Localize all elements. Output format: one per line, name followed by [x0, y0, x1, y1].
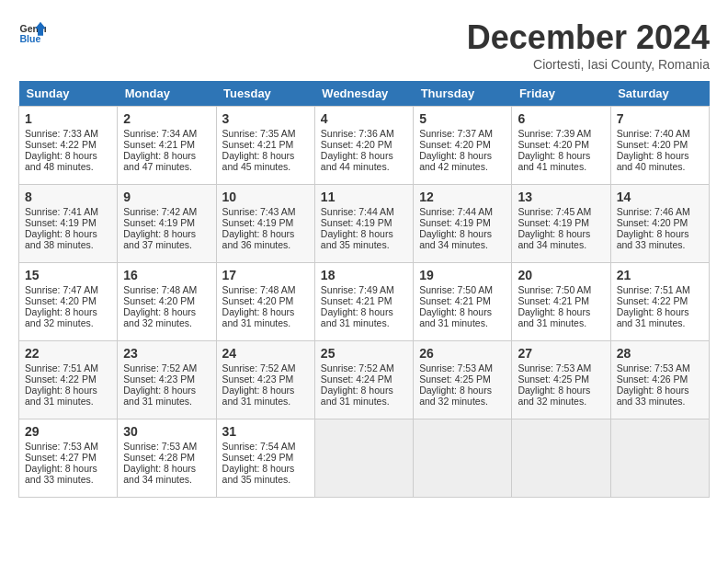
daylight-text: Daylight: 8 hours and 34 minutes.	[123, 463, 196, 485]
sunrise-text: Sunrise: 7:53 AM	[419, 362, 493, 373]
sunset-text: Sunset: 4:21 PM	[518, 295, 589, 306]
sunrise-text: Sunrise: 7:42 AM	[123, 206, 197, 217]
calendar-week-3: 15Sunrise: 7:47 AMSunset: 4:20 PMDayligh…	[19, 263, 710, 341]
calendar-cell: 15Sunrise: 7:47 AMSunset: 4:20 PMDayligh…	[19, 263, 118, 341]
day-number: 3	[222, 111, 309, 126]
sunrise-text: Sunrise: 7:53 AM	[617, 362, 690, 373]
sunrise-text: Sunrise: 7:50 AM	[419, 284, 493, 295]
sunrise-text: Sunrise: 7:54 AM	[222, 441, 296, 452]
logo-icon: General Blue	[18, 18, 46, 46]
daylight-text: Daylight: 8 hours and 44 minutes.	[321, 150, 393, 172]
calendar-cell: 5Sunrise: 7:37 AMSunset: 4:20 PMDaylight…	[414, 107, 512, 185]
daylight-text: Daylight: 8 hours and 33 minutes.	[617, 228, 689, 250]
sunrise-text: Sunrise: 7:49 AM	[321, 284, 394, 295]
sunrise-text: Sunrise: 7:40 AM	[617, 128, 690, 139]
sunset-text: Sunset: 4:20 PM	[518, 139, 589, 150]
calendar-cell: 1Sunrise: 7:33 AMSunset: 4:22 PMDaylight…	[19, 107, 118, 185]
sunset-text: Sunset: 4:19 PM	[518, 217, 589, 228]
sunset-text: Sunset: 4:20 PM	[419, 139, 491, 150]
day-number: 31	[222, 424, 309, 439]
day-number: 27	[518, 346, 604, 361]
col-wednesday: Wednesday	[314, 81, 413, 107]
sunrise-text: Sunrise: 7:52 AM	[321, 362, 394, 373]
sunrise-text: Sunrise: 7:37 AM	[419, 128, 493, 139]
calendar-week-5: 29Sunrise: 7:53 AMSunset: 4:27 PMDayligh…	[19, 419, 710, 498]
calendar-week-2: 8Sunrise: 7:41 AMSunset: 4:19 PMDaylight…	[19, 185, 710, 263]
sunrise-text: Sunrise: 7:44 AM	[419, 206, 493, 217]
day-number: 7	[617, 111, 703, 126]
calendar-cell: 29Sunrise: 7:53 AMSunset: 4:27 PMDayligh…	[19, 419, 118, 498]
calendar-cell: 30Sunrise: 7:53 AMSunset: 4:28 PMDayligh…	[118, 419, 216, 498]
calendar-cell: 12Sunrise: 7:44 AMSunset: 4:19 PMDayligh…	[414, 185, 512, 263]
day-number: 10	[222, 190, 309, 204]
header-row: Sunday Monday Tuesday Wednesday Thursday…	[19, 81, 710, 107]
daylight-text: Daylight: 8 hours and 31 minutes.	[321, 385, 393, 407]
day-number: 16	[123, 268, 210, 282]
calendar-cell: 28Sunrise: 7:53 AMSunset: 4:26 PMDayligh…	[610, 341, 709, 419]
sunset-text: Sunset: 4:23 PM	[123, 373, 195, 385]
sunset-text: Sunset: 4:19 PM	[25, 217, 97, 228]
calendar-week-4: 22Sunrise: 7:51 AMSunset: 4:22 PMDayligh…	[19, 341, 710, 419]
sunset-text: Sunset: 4:24 PM	[321, 373, 392, 385]
day-number: 12	[419, 190, 506, 204]
calendar-cell: 26Sunrise: 7:53 AMSunset: 4:25 PMDayligh…	[414, 341, 512, 419]
sunset-text: Sunset: 4:22 PM	[25, 139, 97, 150]
sunrise-text: Sunrise: 7:48 AM	[222, 284, 296, 295]
daylight-text: Daylight: 8 hours and 48 minutes.	[25, 150, 97, 172]
sunrise-text: Sunrise: 7:36 AM	[321, 128, 394, 139]
daylight-text: Daylight: 8 hours and 31 minutes.	[419, 306, 492, 328]
day-number: 8	[25, 190, 111, 204]
day-number: 20	[518, 268, 604, 282]
day-number: 4	[321, 111, 407, 126]
sunrise-text: Sunrise: 7:34 AM	[123, 128, 197, 139]
day-number: 6	[518, 111, 604, 126]
calendar-cell: 10Sunrise: 7:43 AMSunset: 4:19 PMDayligh…	[216, 185, 314, 263]
day-number: 11	[321, 190, 407, 204]
sunset-text: Sunset: 4:19 PM	[123, 217, 195, 228]
calendar-cell: 21Sunrise: 7:51 AMSunset: 4:22 PMDayligh…	[610, 263, 709, 341]
sunset-text: Sunset: 4:21 PM	[419, 295, 491, 306]
sunset-text: Sunset: 4:26 PM	[617, 373, 688, 385]
sunrise-text: Sunrise: 7:47 AM	[25, 284, 98, 295]
daylight-text: Daylight: 8 hours and 32 minutes.	[518, 385, 590, 407]
calendar-cell: 14Sunrise: 7:46 AMSunset: 4:20 PMDayligh…	[610, 185, 709, 263]
sunset-text: Sunset: 4:29 PM	[222, 452, 294, 463]
sunset-text: Sunset: 4:20 PM	[222, 295, 294, 306]
calendar-week-1: 1Sunrise: 7:33 AMSunset: 4:22 PMDaylight…	[19, 107, 710, 185]
day-number: 25	[321, 346, 407, 361]
daylight-text: Daylight: 8 hours and 31 minutes.	[123, 385, 196, 407]
daylight-text: Daylight: 8 hours and 33 minutes.	[25, 463, 97, 485]
calendar-cell: 22Sunrise: 7:51 AMSunset: 4:22 PMDayligh…	[19, 341, 118, 419]
calendar-cell: 23Sunrise: 7:52 AMSunset: 4:23 PMDayligh…	[118, 341, 216, 419]
daylight-text: Daylight: 8 hours and 31 minutes.	[222, 385, 295, 407]
sunset-text: Sunset: 4:25 PM	[419, 373, 491, 385]
calendar-cell: 4Sunrise: 7:36 AMSunset: 4:20 PMDaylight…	[314, 107, 413, 185]
sunset-text: Sunset: 4:19 PM	[419, 217, 491, 228]
day-number: 2	[123, 111, 210, 126]
sunset-text: Sunset: 4:25 PM	[518, 373, 589, 385]
calendar-cell: 9Sunrise: 7:42 AMSunset: 4:19 PMDaylight…	[118, 185, 216, 263]
day-number: 26	[419, 346, 506, 361]
month-title: December 2024	[467, 18, 710, 57]
calendar-cell: 3Sunrise: 7:35 AMSunset: 4:21 PMDaylight…	[216, 107, 314, 185]
col-saturday: Saturday	[610, 81, 709, 107]
daylight-text: Daylight: 8 hours and 34 minutes.	[518, 228, 590, 250]
sunrise-text: Sunrise: 7:53 AM	[25, 441, 98, 452]
calendar-cell: 8Sunrise: 7:41 AMSunset: 4:19 PMDaylight…	[19, 185, 118, 263]
day-number: 23	[123, 346, 210, 361]
daylight-text: Daylight: 8 hours and 37 minutes.	[123, 228, 196, 250]
calendar-cell: 17Sunrise: 7:48 AMSunset: 4:20 PMDayligh…	[216, 263, 314, 341]
sunset-text: Sunset: 4:23 PM	[222, 373, 294, 385]
daylight-text: Daylight: 8 hours and 31 minutes.	[25, 385, 97, 407]
daylight-text: Daylight: 8 hours and 38 minutes.	[25, 228, 97, 250]
day-number: 19	[419, 268, 506, 282]
calendar-cell	[610, 419, 709, 498]
calendar-cell: 13Sunrise: 7:45 AMSunset: 4:19 PMDayligh…	[512, 185, 610, 263]
sunset-text: Sunset: 4:20 PM	[617, 139, 688, 150]
col-thursday: Thursday	[414, 81, 512, 107]
col-sunday: Sunday	[19, 81, 118, 107]
sunrise-text: Sunrise: 7:53 AM	[518, 362, 591, 373]
sunset-text: Sunset: 4:19 PM	[222, 217, 294, 228]
sunrise-text: Sunrise: 7:51 AM	[25, 362, 98, 373]
daylight-text: Daylight: 8 hours and 31 minutes.	[518, 306, 590, 328]
